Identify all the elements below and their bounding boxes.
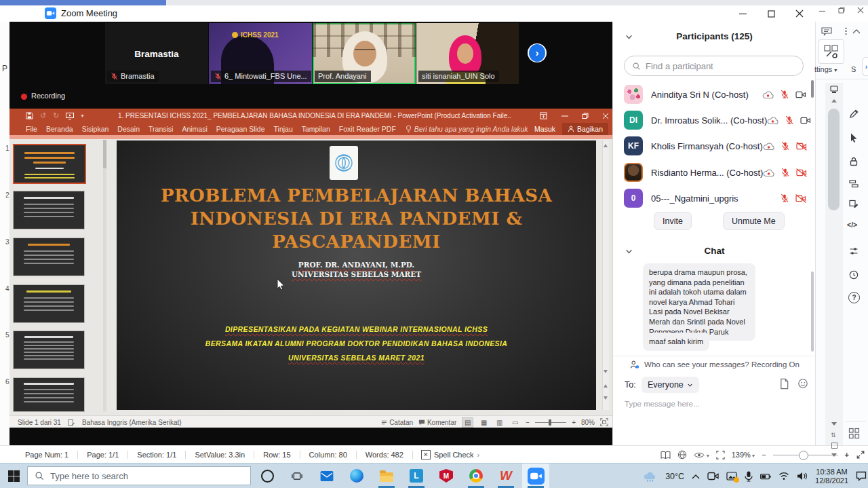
- tab-animasi[interactable]: Animasi: [182, 125, 207, 133]
- scroll-up-icon[interactable]: [831, 99, 837, 102]
- edit-code-icon[interactable]: [848, 199, 859, 210]
- slide-thumbnail-4[interactable]: [13, 284, 85, 323]
- l-app-icon[interactable]: L: [403, 464, 430, 488]
- zoom-slider-knob[interactable]: [549, 419, 551, 426]
- action-center-icon[interactable]: [856, 471, 867, 481]
- battery-icon[interactable]: [760, 472, 771, 481]
- file-attach-icon[interactable]: [779, 378, 789, 390]
- thumbnail-scrollbar-thumb[interactable]: [103, 140, 106, 168]
- fullscreen-icon[interactable]: [856, 450, 865, 459]
- tab-tampilan[interactable]: Tampilan: [302, 125, 330, 133]
- start-button[interactable]: [0, 464, 27, 488]
- scroll-down-arrow-icon[interactable]: [604, 370, 608, 373]
- doc-zoom-slider[interactable]: [773, 455, 838, 455]
- minimize-button[interactable]: [732, 5, 753, 22]
- temperature-label[interactable]: 30°C: [665, 472, 684, 481]
- normal-view-icon[interactable]: ▤: [462, 417, 473, 428]
- camera-off-icon[interactable]: [795, 194, 806, 203]
- mic-muted-icon[interactable]: [785, 115, 794, 125]
- camera-on-icon[interactable]: [795, 90, 806, 99]
- camera-off-icon[interactable]: [796, 168, 807, 177]
- close-button[interactable]: [789, 5, 810, 22]
- zoom-out-button[interactable]: −: [526, 419, 530, 426]
- slide-thumbnail-5[interactable]: [13, 331, 85, 369]
- eye-view-icon[interactable]: ▾: [694, 451, 709, 459]
- nav-square-icon[interactable]: [831, 443, 837, 449]
- tab-peragaan-slide[interactable]: Peragaan Slide: [216, 125, 265, 133]
- notes-toggle[interactable]: Catatan: [381, 419, 413, 426]
- grid-apps-icon[interactable]: [848, 428, 860, 439]
- ppt-minimize-icon[interactable]: [556, 109, 574, 123]
- save-icon[interactable]: [26, 112, 33, 119]
- customize-qat-icon[interactable]: ▾: [81, 113, 83, 119]
- chat-scrollbar-thumb[interactable]: [811, 271, 814, 352]
- task-view-button[interactable]: [283, 464, 311, 488]
- proofing-icon[interactable]: [68, 419, 75, 426]
- participant-row[interactable]: 0 05---_Ngatmini_upgris: [613, 185, 816, 211]
- taskbar-search-input[interactable]: Type here to search: [27, 466, 251, 485]
- volume-icon[interactable]: [797, 472, 808, 481]
- lock-icon[interactable]: [848, 156, 859, 167]
- background-scrollbar-strip[interactable]: ⇅: [825, 83, 843, 445]
- snip-notification-icon[interactable]: [726, 472, 737, 481]
- settings-button[interactable]: [818, 39, 844, 64]
- mail-app-icon[interactable]: [313, 464, 340, 488]
- language-indicator[interactable]: Bahasa Inggris (Amerika Serikat): [82, 419, 182, 426]
- nav-down-icon[interactable]: [831, 422, 837, 426]
- tell-me-box[interactable]: Beri tahu apa yang ingin Anda lakuk: [406, 125, 528, 133]
- scroll-up-arrow-icon[interactable]: [604, 144, 608, 147]
- settings-label-partial[interactable]: ttings ▾: [814, 65, 837, 73]
- tab-file[interactable]: File: [26, 125, 37, 133]
- previous-slide-button[interactable]: [604, 384, 608, 388]
- tab-foxit-reader-pdf[interactable]: Foxit Reader PDF: [339, 125, 396, 133]
- cortana-button[interactable]: [254, 464, 281, 488]
- tab-transisi[interactable]: Transisi: [149, 125, 173, 133]
- slide-canvas[interactable]: PROBLEMA PEMBELAJARAN BAHASA INDONESIA D…: [117, 140, 596, 410]
- slide-thumbnail-2[interactable]: [13, 191, 85, 229]
- participant-row[interactable]: DI Dr. Imroatus Solik... (Co-host): [613, 107, 816, 133]
- chrome-icon[interactable]: [462, 464, 490, 488]
- wifi-icon[interactable]: [778, 472, 789, 481]
- camera-off-icon[interactable]: [796, 142, 807, 151]
- meet-now-icon[interactable]: [707, 472, 719, 481]
- slide-thumbnail-6[interactable]: [13, 377, 85, 412]
- mic-muted-icon[interactable]: [780, 193, 789, 203]
- participant-search-input[interactable]: Find a participant: [624, 56, 804, 76]
- ppt-restore-icon[interactable]: [576, 109, 594, 123]
- sliders-icon[interactable]: [848, 246, 859, 257]
- tab-tinjau[interactable]: Tinjau: [274, 125, 293, 133]
- video-tile-siti-isnaniah[interactable]: siti isnaniah_UIN Solo: [416, 23, 519, 84]
- nav-double-icon[interactable]: ⇅: [831, 432, 836, 438]
- zoom-in-button[interactable]: +: [572, 419, 576, 426]
- comment-icon[interactable]: [821, 27, 832, 36]
- emoji-icon[interactable]: [797, 378, 808, 389]
- mic-muted-icon[interactable]: [781, 168, 790, 177]
- participant-row[interactable]: Aninditya Sri N (Co-host): [613, 81, 816, 107]
- next-participants-button[interactable]: ›: [528, 43, 547, 62]
- ribbon-display-options-icon[interactable]: [534, 109, 552, 123]
- undo-icon[interactable]: ↺: [40, 111, 46, 120]
- collapse-up-icon[interactable]: [852, 29, 861, 34]
- slideshow-icon[interactable]: [66, 113, 74, 119]
- doc-zoom-percent[interactable]: 139% ▾: [732, 451, 755, 459]
- history-icon[interactable]: [848, 269, 859, 280]
- unmute-me-button[interactable]: Unmute Me: [723, 212, 785, 230]
- doc-zoom-in[interactable]: +: [845, 451, 849, 459]
- slide-sorter-view-icon[interactable]: ▦: [479, 418, 489, 427]
- file-explorer-icon[interactable]: [373, 464, 400, 488]
- tab-desain[interactable]: Desain: [117, 125, 140, 133]
- clock[interactable]: 10:38 AM 12/8/2021: [815, 468, 848, 485]
- chat-input[interactable]: Type message here...: [625, 400, 700, 408]
- chat-privacy-note[interactable]: Who can see your messages? Recording On: [613, 360, 816, 369]
- annotate-pencil-icon[interactable]: [848, 109, 859, 119]
- help-icon[interactable]: ?: [848, 292, 860, 303]
- participant-row[interactable]: Risdianto Herma... (Co-host): [613, 159, 816, 185]
- mic-muted-icon[interactable]: [780, 90, 789, 99]
- expand-panel-tab[interactable]: ›: [862, 57, 868, 76]
- participants-scrollbar-thumb[interactable]: [811, 80, 814, 98]
- more-options-icon[interactable]: ⋮: [842, 26, 850, 36]
- edge-browser-icon[interactable]: [343, 464, 370, 488]
- nav-down-icon[interactable]: [831, 453, 837, 457]
- fit-slide-icon[interactable]: [600, 418, 608, 426]
- wps-office-icon[interactable]: W: [492, 464, 519, 488]
